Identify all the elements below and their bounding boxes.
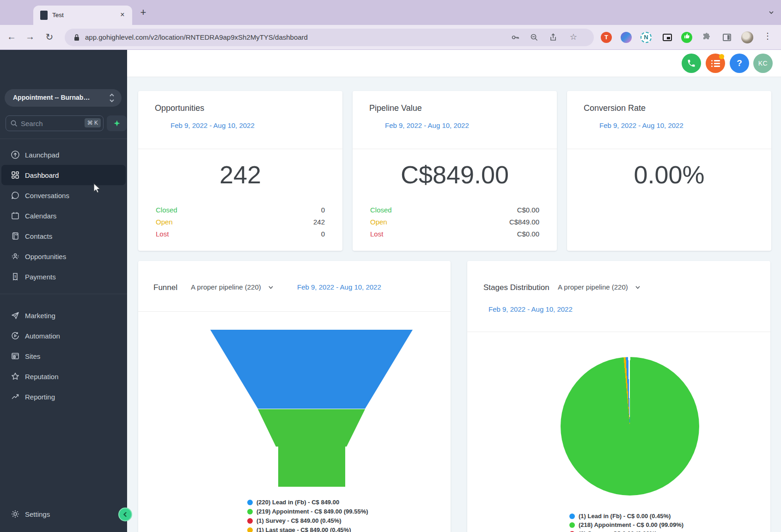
funnel-card: Funnel A proper pipeline (220) Feb 9, 20… <box>138 261 451 532</box>
browser-menu-icon[interactable]: ⋮ <box>763 31 772 41</box>
user-avatar[interactable]: KC <box>753 54 773 73</box>
tasks-button[interactable] <box>706 54 725 73</box>
tab-close-icon[interactable]: × <box>117 10 128 20</box>
updown-chevron-icon <box>109 91 115 106</box>
paper-plane-icon <box>11 311 20 320</box>
date-range-link[interactable]: Feb 9, 2022 - Aug 10, 2022 <box>385 121 469 129</box>
card-title: Opportunities <box>155 103 204 113</box>
sidebar-item-sites[interactable]: Sites <box>1 346 126 366</box>
picture-in-picture-icon[interactable] <box>662 32 673 45</box>
sidebar-item-launchpad[interactable]: Launchpad <box>1 145 126 165</box>
tab-search-chevron-icon[interactable] <box>768 9 775 18</box>
chevron-down-icon <box>268 284 274 290</box>
browser-profile-avatar[interactable] <box>741 31 753 43</box>
opportunities-card: Opportunities Feb 9, 2022 - Aug 10, 2022… <box>138 91 342 251</box>
sidebar-item-conversations[interactable]: Conversations <box>1 185 126 206</box>
sidebar-item-automation[interactable]: Automation <box>1 326 126 346</box>
url-bar[interactable]: app.gohighlevel.com/v2/location/RNTEDRA9… <box>65 29 594 46</box>
funnel-date-range-link[interactable]: Feb 9, 2022 - Aug 10, 2022 <box>297 283 381 291</box>
tab-title: Test <box>52 12 64 18</box>
side-panel-icon[interactable] <box>722 32 732 44</box>
legend-item: (219) Appointment - C$ 849.00 (99.55%) <box>247 508 368 515</box>
conversion-rate-card: Conversion Rate Feb 9, 2022 - Aug 10, 20… <box>567 91 771 251</box>
lock-icon <box>73 34 80 43</box>
gear-icon <box>11 509 20 519</box>
sidebar-item-reporting[interactable]: Reporting <box>1 387 126 407</box>
stat-row: Lost 0 <box>138 228 342 240</box>
pipeline-value-total: C$849.00 <box>353 160 557 189</box>
sidebar-item-payments[interactable]: $ Payments <box>1 266 126 287</box>
sidebar: Appointment -- Burnab… ⌘ K Launchpad Das… <box>0 50 127 532</box>
legend-item: (0) Survey - C$ 0.00 (0.00%) <box>569 530 683 532</box>
chat-bubble-icon <box>11 191 20 200</box>
sidebar-item-calendars[interactable]: Calendars <box>1 206 126 226</box>
legend-item: (1) Last stage - C$ 849.00 (0.45%) <box>247 526 368 532</box>
card-title: Conversion Rate <box>584 103 646 113</box>
stat-row: Open C$849.00 <box>353 216 557 228</box>
payments-icon: $ <box>11 272 20 281</box>
legend-item: (218) Appointment - C$ 0.00 (99.09%) <box>569 521 683 528</box>
sparkle-icon <box>113 119 121 127</box>
sidebar-item-dashboard[interactable]: Dashboard <box>1 165 126 185</box>
stages-title: Stages Distribution <box>483 283 549 292</box>
chevron-left-icon <box>122 512 128 517</box>
sidebar-item-settings[interactable]: Settings <box>1 504 126 524</box>
forward-button[interactable]: → <box>24 31 36 42</box>
sites-icon <box>11 351 20 361</box>
stages-pie-chart <box>561 357 699 496</box>
question-mark-icon: ? <box>737 58 742 68</box>
opportunities-total: 242 <box>138 160 342 189</box>
legend-dot <box>247 500 253 505</box>
reload-button[interactable]: ↻ <box>43 31 55 42</box>
back-button[interactable]: ← <box>6 31 18 42</box>
sidebar-item-marketing[interactable]: Marketing <box>1 305 126 326</box>
legend-item: (1) Lead in (Fb) - C$ 0.00 (0.45%) <box>569 513 683 520</box>
phone-button[interactable] <box>682 54 701 73</box>
legend-dot <box>247 518 253 524</box>
stat-row: Open 242 <box>138 216 342 228</box>
zoom-out-icon[interactable] <box>530 33 539 44</box>
date-range-link[interactable]: Feb 9, 2022 - Aug 10, 2022 <box>599 121 683 129</box>
bookmark-star-icon[interactable]: ☆ <box>570 32 577 42</box>
sidebar-item-opportunities[interactable]: Opportunities <box>1 246 126 266</box>
chevron-down-icon <box>635 284 641 290</box>
password-key-icon[interactable] <box>511 33 520 44</box>
tab-favicon <box>40 11 48 20</box>
sidebar-search[interactable]: ⌘ K <box>6 115 104 131</box>
launchpad-icon <box>11 150 20 159</box>
date-range-link[interactable]: Feb 9, 2022 - Aug 10, 2022 <box>171 121 255 129</box>
extension-notion-icon[interactable]: N <box>641 32 652 43</box>
stages-pipeline-selector[interactable]: A proper pipeline (220) <box>558 283 641 291</box>
sidebar-collapse-button[interactable] <box>118 508 132 521</box>
extension-t-icon[interactable]: T <box>601 32 612 43</box>
search-shortcut-badge: ⌘ K <box>85 118 101 127</box>
extensions-puzzle-icon[interactable] <box>702 32 712 44</box>
mouse-cursor <box>91 182 103 195</box>
share-icon[interactable] <box>549 33 558 44</box>
new-tab-button[interactable]: + <box>137 6 150 19</box>
funnel-title: Funnel <box>153 283 177 292</box>
browser-tab[interactable]: Test × <box>33 6 132 25</box>
funnel-pipeline-selector[interactable]: A proper pipeline (220) <box>191 283 274 291</box>
location-selector-label: Appointment -- Burnab… <box>13 94 90 101</box>
help-button[interactable]: ? <box>730 54 749 73</box>
sidebar-item-reputation[interactable]: Reputation <box>1 366 126 387</box>
ai-sparkle-button[interactable] <box>107 115 127 131</box>
checklist-icon <box>711 60 720 67</box>
legend-dot <box>247 527 253 532</box>
stages-legend: (1) Lead in (Fb) - C$ 0.00 (0.45%) (218)… <box>569 513 683 532</box>
stat-row: Lost C$0.00 <box>353 228 557 240</box>
search-input[interactable] <box>21 118 72 128</box>
browser-toolbar: ← → ↻ app.gohighlevel.com/v2/location/RN… <box>0 25 781 50</box>
stages-date-range-link[interactable]: Feb 9, 2022 - Aug 10, 2022 <box>488 305 573 313</box>
legend-dot <box>247 509 253 514</box>
opportunities-icon <box>11 252 20 261</box>
url-text: app.gohighlevel.com/v2/location/RNTEDRA9… <box>85 33 308 41</box>
automation-icon <box>11 331 20 340</box>
extension-flame-icon[interactable] <box>621 32 632 43</box>
location-selector[interactable]: Appointment -- Burnab… <box>5 89 122 107</box>
sidebar-item-contacts[interactable]: Contacts <box>1 226 126 246</box>
extension-thumbs-up-icon[interactable] <box>681 32 692 43</box>
notification-dot <box>719 54 724 59</box>
svg-text:$: $ <box>14 275 16 278</box>
